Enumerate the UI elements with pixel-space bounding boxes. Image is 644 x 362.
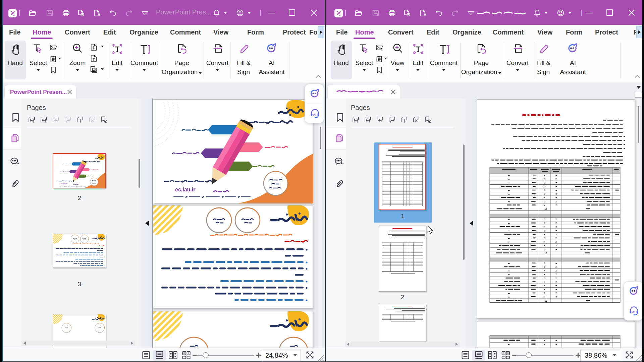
- svg-text:0: 0: [544, 182, 545, 184]
- svg-text:0: 0: [544, 230, 545, 232]
- svg-text:2: 2: [555, 178, 557, 180]
- svg-text:2: 2: [555, 241, 557, 243]
- svg-text:2: 2: [555, 269, 557, 272]
- svg-text:0: 0: [544, 178, 545, 180]
- svg-text:2: 2: [555, 222, 557, 224]
- svg-text:0: 0: [544, 189, 545, 191]
- svg-text:0: 0: [544, 185, 545, 188]
- svg-text:2: 2: [555, 218, 557, 221]
- svg-text:0: 0: [544, 292, 545, 294]
- svg-text:2: 2: [555, 237, 557, 239]
- svg-text:0: 0: [544, 193, 545, 195]
- svg-text:ec.iau.ir: ec.iau.ir: [175, 187, 195, 192]
- svg-text:0: 0: [544, 277, 545, 280]
- svg-text:2: 2: [555, 277, 557, 280]
- svg-text:0: 0: [544, 218, 545, 221]
- svg-text:18: 18: [544, 299, 547, 302]
- svg-text:2: 2: [555, 292, 557, 294]
- svg-text:2: 2: [555, 200, 557, 203]
- svg-text:17: 17: [544, 207, 547, 210]
- svg-text:0: 0: [544, 237, 545, 239]
- svg-text:0: 0: [544, 266, 545, 268]
- svg-text:0: 0: [544, 200, 545, 203]
- svg-text:2: 2: [555, 273, 557, 276]
- svg-text:ec.iau.ir: ec.iau.ir: [61, 183, 67, 185]
- svg-text:0: 0: [544, 262, 545, 264]
- svg-text:0: 0: [544, 248, 545, 251]
- svg-text:2: 2: [555, 244, 557, 247]
- svg-text:2: 2: [555, 266, 557, 268]
- svg-text:2: 2: [555, 204, 557, 206]
- svg-text:19: 19: [544, 252, 547, 255]
- svg-text:2: 2: [555, 233, 557, 236]
- svg-text:2: 2: [555, 281, 557, 283]
- svg-text:0: 0: [544, 222, 545, 224]
